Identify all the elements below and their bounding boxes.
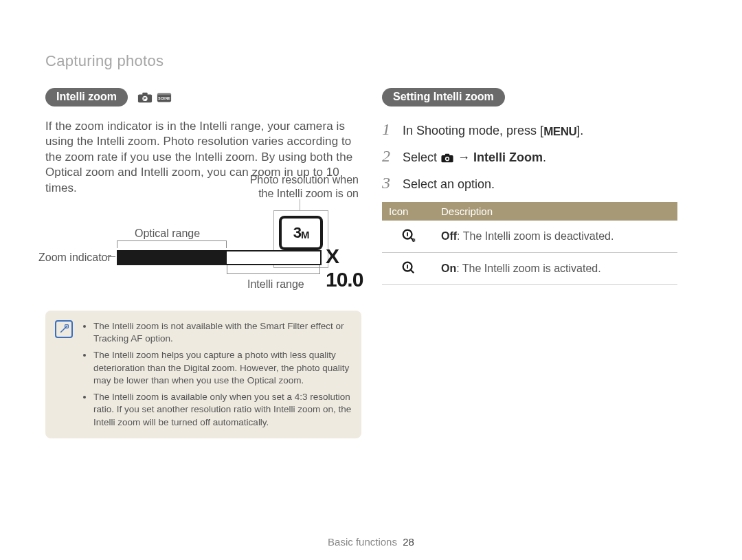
svg-rect-1 <box>142 92 147 95</box>
option-off-bold: Off <box>441 230 457 242</box>
resolution-suffix: M <box>301 229 309 240</box>
option-off-text: : The Intelli zoom is deactivated. <box>457 230 614 242</box>
step-1-text-pre: In Shooting mode, press [ <box>403 124 543 137</box>
breadcrumb: Capturing photos <box>45 52 164 70</box>
step-1: 1 In Shooting mode, press [MENU]. <box>382 120 698 139</box>
svg-line-7 <box>60 326 67 333</box>
page-footer: Basic functions 28 <box>0 536 742 548</box>
table-head-icon: Icon <box>382 202 434 221</box>
svg-line-18 <box>410 269 414 273</box>
svg-rect-5 <box>157 93 171 95</box>
label-optical-range: Optical range <box>135 227 200 240</box>
note-icon <box>55 320 73 338</box>
note-box: The Intelli zoom is not available with t… <box>45 311 361 438</box>
scene-icon: SCENE <box>157 91 172 104</box>
table-row: On: The Intelli zoom is activated. <box>382 253 677 285</box>
zoom-bar <box>117 250 322 265</box>
svg-text:P: P <box>144 96 147 100</box>
step-1-text-post: ]. <box>576 124 583 137</box>
label-photo-resolution: Photo resolution when the Intelli zoom i… <box>249 173 359 201</box>
section-pill-setting-intelli-zoom: Setting Intelli zoom <box>382 88 505 107</box>
table-row: OFF Off: The Intelli zoom is deactivated… <box>382 221 677 253</box>
intelli-off-icon: OFF <box>401 233 416 245</box>
resolution-value: 3 <box>293 224 301 241</box>
camera-p-icon: P <box>137 91 153 104</box>
note-item: The Intelli zoom helps you capture a pho… <box>93 349 352 387</box>
resolution-badge: 3M <box>279 216 323 250</box>
options-table: Icon Description OFF <box>382 202 677 285</box>
step-number: 1 <box>382 120 394 139</box>
label-zoom-indicator: Zoom indicator <box>38 251 111 265</box>
zoom-diagram: Photo resolution when the Intelli zoom i… <box>45 173 361 297</box>
step-3-text: Select an option. <box>403 177 495 192</box>
right-column: Setting Intelli zoom 1 In Shooting mode,… <box>382 88 698 285</box>
footer-page-number: 28 <box>403 536 414 548</box>
step-2-text-post: . <box>543 150 546 164</box>
step-2-bold: Intelli Zoom <box>473 150 543 164</box>
option-on-bold: On <box>441 262 456 274</box>
step-number: 3 <box>382 174 394 192</box>
section-pill-intelli-zoom: Intelli zoom <box>45 88 128 107</box>
option-on-text: : The Intelli zoom is activated. <box>456 262 600 274</box>
step-2-text-pre: Select <box>403 150 440 164</box>
footer-section: Basic functions <box>328 536 397 548</box>
camera-icon <box>440 153 454 163</box>
zoom-multiplier: X 10.0 <box>326 245 363 291</box>
intelli-on-icon <box>401 265 416 277</box>
step-2: 2 Select → Intelli Zoom. <box>382 147 698 166</box>
step-3: 3 Select an option. <box>382 174 698 192</box>
step-2-arrow: → <box>454 150 473 164</box>
label-intelli-range: Intelli range <box>247 278 304 291</box>
note-item: The Intelli zoom is available only when … <box>93 391 352 429</box>
svg-text:OFF: OFF <box>412 238 416 243</box>
svg-point-12 <box>446 158 448 160</box>
menu-glyph: MENU <box>543 125 576 139</box>
svg-text:SCENE: SCENE <box>158 96 170 100</box>
step-number: 2 <box>382 147 394 166</box>
mode-icons: P SCENE <box>137 91 172 104</box>
svg-rect-10 <box>445 154 449 156</box>
note-item: The Intelli zoom is not available with t… <box>93 320 352 345</box>
table-head-description: Description <box>434 202 677 221</box>
